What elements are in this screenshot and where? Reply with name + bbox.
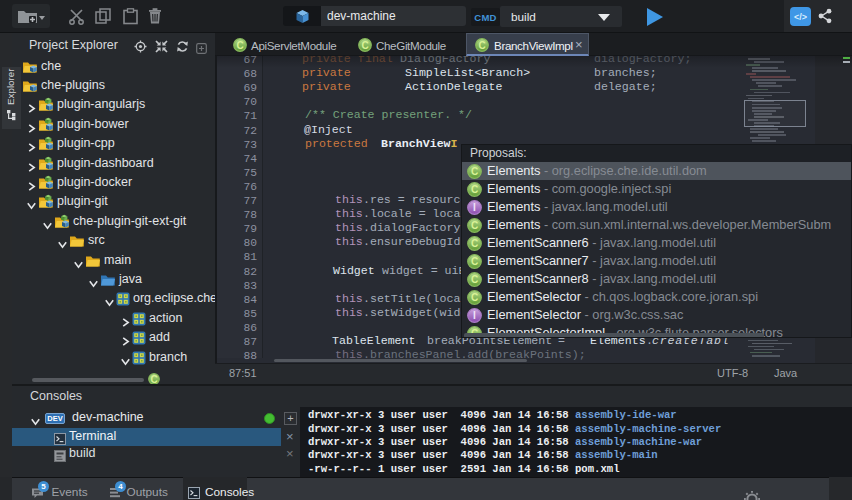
svg-text:C: C [236, 39, 243, 50]
svg-text:C: C [471, 220, 478, 231]
svg-text:C: C [471, 292, 478, 303]
svg-text:C: C [478, 39, 485, 50]
svg-text:I: I [473, 310, 476, 321]
svg-text:C: C [471, 256, 478, 267]
svg-text:C: C [471, 166, 478, 177]
svg-text:C: C [150, 374, 157, 385]
svg-text:C: C [471, 238, 478, 249]
svg-text:C: C [361, 39, 368, 50]
svg-text:I: I [473, 202, 476, 213]
svg-text:C: C [471, 184, 478, 195]
svg-text:C: C [471, 274, 478, 285]
